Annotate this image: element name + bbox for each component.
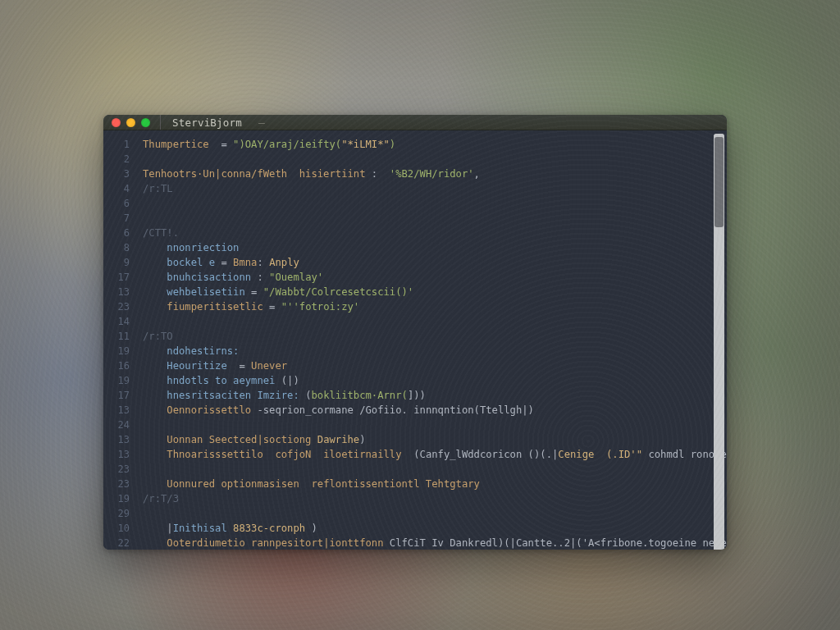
line-number-gutter: 1234676891713231411191619171324131323231… [103,130,139,550]
titlebar-separator [160,115,161,130]
code-line: nnonriection [143,240,720,255]
code-line [143,418,720,432]
line-number: 8 [103,240,139,255]
code-line: |Inithisal 8833c-cronph ) [143,521,720,536]
code-line: bockel e = Bmna: Anply [143,255,720,270]
vertical-scrollbar-thumb[interactable] [714,137,724,227]
code-line: Tenhootrs·Un|conna/fWeth hisiertiint : '… [143,167,720,181]
line-number: 23 [103,462,139,477]
line-number: 4 [103,181,139,196]
code-line [143,196,720,211]
code-line: /r:TL [143,181,720,196]
line-number: 6 [103,196,139,211]
line-number: 22 [103,536,139,550]
code-line: bnuhcisactionn : "Ouemlay' [143,270,720,285]
code-line: Heouritize = Unever [143,358,720,373]
code-line [143,462,720,477]
code-line: ndohestirns: [143,344,720,358]
code-line: Thumpertice = ")OAY/araj/ieifty("*iLMI*"… [143,137,720,152]
editor-area[interactable]: 1234676891713231411191619171324131323231… [103,130,727,550]
line-number: 13 [103,447,139,462]
close-icon[interactable] [112,118,121,127]
line-number: 14 [103,314,139,329]
line-number: 19 [103,344,139,358]
code-line [143,152,720,167]
code-line: /r:TO [143,329,720,344]
line-number: 13 [103,432,139,447]
code-line: Uonnan Seectced|soctiong Dawrihe) [143,432,720,447]
code-content[interactable]: Thumpertice = ")OAY/araj/ieifty("*iLMI*"… [139,130,727,550]
code-line: wehbelisetiin = "/Wabbt/Colrcesetcscii()… [143,285,720,299]
line-number: 11 [103,329,139,344]
line-number: 1 [103,137,139,152]
editor-window: SterviBjorm — 12346768917132314111916191… [103,115,727,550]
code-line: hndotls to aeymnei (|) [143,373,720,388]
line-number: 2 [103,152,139,167]
line-number: 19 [103,491,139,506]
line-number: 13 [103,403,139,418]
minimize-icon[interactable] [126,118,135,127]
line-number: 29 [103,506,139,521]
code-line: Ooterdiumetio rannpesitort|ionttfonn Clf… [143,536,720,550]
code-line [143,314,720,329]
line-number: 19 [103,373,139,388]
code-line [143,211,720,226]
titlebar[interactable]: SterviBjorm — [103,115,727,130]
line-number: 17 [103,270,139,285]
code-line: Thnoarisssettilo cofjoN iloetirnailly (C… [143,447,720,462]
line-number: 17 [103,388,139,403]
line-number: 3 [103,167,139,181]
line-number: 23 [103,299,139,314]
maximize-icon[interactable] [141,118,150,127]
code-line: fiumperitisetlic = "''fotroi:zy' [143,299,720,314]
code-line [143,506,720,521]
code-line: Uonnured optionmasisen reflontissentiont… [143,477,720,491]
window-controls [112,118,150,127]
line-number: 7 [103,211,139,226]
line-number: 13 [103,285,139,299]
window-title: SterviBjorm [172,116,242,129]
line-number: 10 [103,521,139,536]
line-number: 24 [103,418,139,432]
vertical-scrollbar[interactable] [714,134,724,550]
line-number: 6 [103,226,139,240]
line-number: 9 [103,255,139,270]
line-number: 16 [103,358,139,373]
code-line: /CTT!. [143,226,720,240]
window-title-suffix: — [258,116,265,129]
line-number: 23 [103,477,139,491]
code-line: Oennorissettlo -seqrion_cormane /Gofiio.… [143,403,720,418]
code-line: hnesritsaciten Imzire: (bokliitbcm·Arnr(… [143,388,720,403]
code-line: /r:T/3 [143,491,720,506]
